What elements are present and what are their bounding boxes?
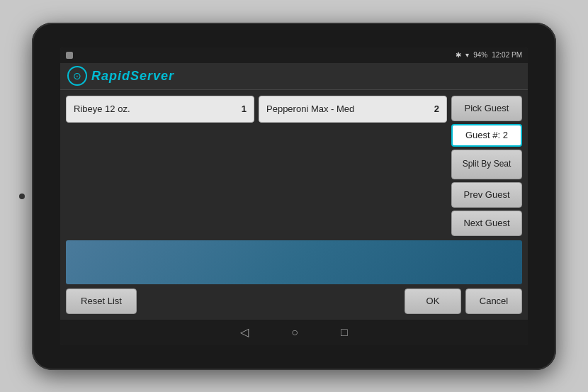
tablet-screen: ✱ ▾ 94% 12:02 PM ⊙ RapidServer Ribey <box>60 47 528 345</box>
ok-button[interactable]: OK <box>405 289 461 314</box>
status-bar: ✱ ▾ 94% 12:02 PM <box>60 47 528 63</box>
bottom-row: Reset List OK Cancel <box>66 289 522 314</box>
guest-input[interactable] <box>451 124 522 147</box>
clock: 12:02 PM <box>492 51 522 59</box>
app-header: ⊙ RapidServer <box>60 63 528 90</box>
tablet-device: ✱ ▾ 94% 12:02 PM ⊙ RapidServer Ribey <box>32 23 556 370</box>
home-button[interactable]: ○ <box>291 326 298 339</box>
logo-icon: ⊙ <box>73 70 81 82</box>
notification-icon <box>66 52 73 59</box>
item-qty-0: 1 <box>242 103 247 114</box>
bottom-right-buttons: OK Cancel <box>405 289 522 314</box>
status-right: ✱ ▾ 94% 12:02 PM <box>456 51 522 59</box>
items-area: Ribeye 12 oz. 1 Pepperoni Max - Med 2 <box>66 96 447 123</box>
next-guest-button[interactable]: Next Guest <box>451 211 522 236</box>
app-title-regular: Server <box>130 69 174 83</box>
app-logo: ⊙ <box>67 66 87 86</box>
item-box-1: Pepperoni Max - Med 2 <box>259 96 447 123</box>
wifi-icon: ▾ <box>465 51 469 59</box>
item-qty-1: 2 <box>434 103 439 114</box>
back-button[interactable]: ◁ <box>240 325 249 339</box>
top-row: Ribeye 12 oz. 1 Pepperoni Max - Med 2 Pi… <box>66 96 522 236</box>
app-title: RapidServer <box>91 69 174 84</box>
item-name-1: Pepperoni Max - Med <box>266 103 354 114</box>
pick-guest-button[interactable]: Pick Guest <box>451 96 522 121</box>
recents-button[interactable]: □ <box>341 326 348 339</box>
prev-guest-button[interactable]: Prev Guest <box>451 182 522 208</box>
right-buttons: Pick Guest Split By Seat Prev Guest Next… <box>451 96 522 236</box>
bluetooth-icon: ✱ <box>456 51 461 59</box>
nav-bar: ◁ ○ □ <box>60 320 528 345</box>
split-by-seat-button[interactable]: Split By Seat <box>451 150 522 179</box>
cancel-button[interactable]: Cancel <box>465 289 522 314</box>
app-title-italic: Rapid <box>91 69 130 83</box>
battery-percent: 94% <box>473 51 487 59</box>
content-area <box>66 240 522 284</box>
reset-list-button[interactable]: Reset List <box>66 289 137 314</box>
main-content: Ribeye 12 oz. 1 Pepperoni Max - Med 2 Pi… <box>60 90 528 320</box>
item-name-0: Ribeye 12 oz. <box>74 103 130 114</box>
item-box-0: Ribeye 12 oz. 1 <box>66 96 254 123</box>
camera-notch <box>19 194 25 199</box>
status-left <box>66 52 73 59</box>
